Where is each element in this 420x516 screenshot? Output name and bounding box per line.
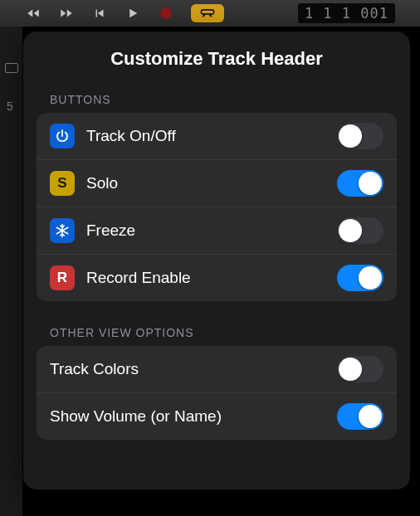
row-label: Freeze (86, 221, 337, 240)
rewind-button[interactable] (25, 5, 42, 22)
section-header: BUTTONS (23, 93, 410, 113)
settings-row: Show Volume (or Name) (37, 393, 397, 440)
customize-track-header-popover: Customize Track Header BUTTONSTrack On/O… (23, 32, 410, 489)
settings-row: SSolo (37, 160, 397, 207)
popover-title: Customize Track Header (23, 48, 410, 70)
row-label: Track On/Off (86, 127, 337, 145)
row-label: Track Colors (50, 360, 337, 378)
settings-row: RRecord Enable (37, 255, 397, 301)
track-header-box[interactable] (5, 63, 18, 73)
s-letter-icon: S (50, 171, 75, 196)
toggle-knob (339, 219, 362, 242)
toggle-knob (359, 266, 382, 290)
fast-forward-button[interactable] (58, 5, 75, 22)
toggle-switch[interactable] (337, 170, 383, 197)
settings-row: Track Colors (37, 346, 397, 393)
track-list-sidebar: 5 (0, 27, 23, 516)
transport-toolbar: 1 1 1 001 (0, 0, 420, 27)
toggle-knob (339, 124, 362, 148)
toggle-knob (359, 405, 382, 428)
toggle-knob (359, 172, 382, 195)
r-letter-icon: R (50, 265, 75, 290)
time-display: 1 1 1 001 (298, 3, 395, 23)
settings-row: Freeze (37, 207, 397, 255)
row-label: Show Volume (or Name) (50, 407, 337, 426)
play-button[interactable] (125, 5, 141, 22)
settings-group: Track ColorsShow Volume (or Name) (37, 346, 397, 440)
settings-group: Track On/OffSSoloFreezeRRecord Enable (37, 113, 397, 301)
toggle-switch[interactable] (337, 403, 383, 430)
settings-row: Track On/Off (37, 113, 397, 160)
record-button[interactable] (158, 5, 174, 22)
row-label: Record Enable (86, 269, 337, 287)
go-to-start-button[interactable] (91, 5, 108, 22)
toggle-switch[interactable] (337, 265, 383, 291)
row-label: Solo (86, 174, 337, 192)
toggle-knob (339, 358, 362, 381)
track-number: 5 (7, 100, 13, 113)
section-header: OTHER VIEW OPTIONS (23, 326, 410, 346)
power-icon (50, 124, 75, 148)
snowflake-icon (50, 218, 75, 243)
toggle-switch[interactable] (337, 217, 383, 244)
toggle-switch[interactable] (337, 356, 383, 382)
cycle-loop-button[interactable] (191, 4, 224, 22)
toggle-switch[interactable] (337, 123, 383, 149)
